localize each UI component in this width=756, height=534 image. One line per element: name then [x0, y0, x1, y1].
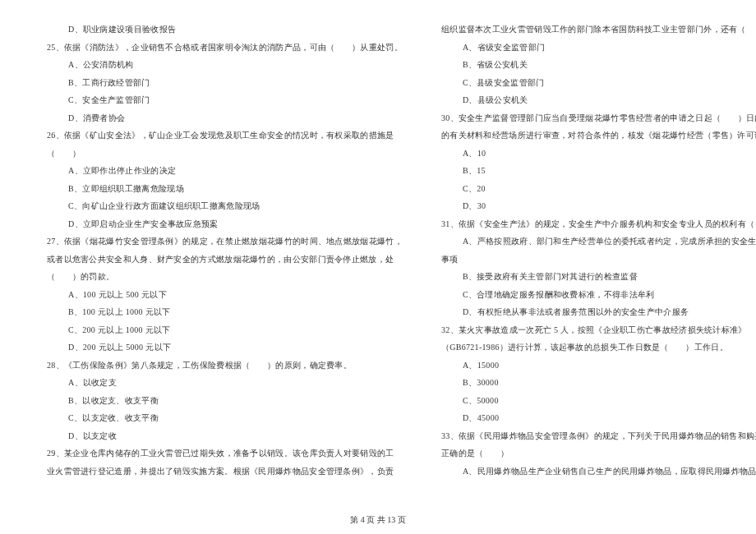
- text-line: 组织监督本次工业火雷管销毁工作的部门除本省国防科技工业主管部门外，还有（ ）: [431, 21, 756, 39]
- text-line: C、合理地确定服务报酬和收费标准，不得非法牟利: [431, 286, 756, 304]
- text-line: D、45000: [431, 409, 756, 427]
- text-line: A、公安消防机构: [37, 56, 403, 74]
- text-line: 28、《工伤保险条例》第八条规定，工伤保险费根据（ ）的原则，确定费率。: [37, 357, 403, 375]
- text-line: 业火雷管进行登记造册，并提出了销毁实施方案。根据《民用爆炸物品安全管理条例》，负…: [37, 463, 403, 481]
- text-line: D、200 元以上 5000 元以下: [37, 338, 403, 357]
- text-line: A、100 元以上 500 元以下: [37, 286, 403, 304]
- text-line: A、民用爆炸物品生产企业销售自己生产的民用爆炸物品，应取得民用爆炸物品销售许可证: [431, 463, 756, 481]
- text-line: 29、某企业仓库内储存的工业火雷管已过期失效，准备予以销毁。该仓库负责人对要销毁…: [37, 444, 403, 463]
- text-line: D、县级公安机关: [431, 91, 756, 109]
- text-line: B、工商行政经管部门: [37, 74, 403, 92]
- text-line: 事项: [431, 251, 756, 269]
- text-line: B、以收定支、收支平衡: [37, 392, 403, 410]
- document-columns: D、职业病建设项目验收报告25、依据《消防法》，企业销售不合格或者国家明令淘汰的…: [37, 21, 719, 505]
- text-line: 32、某火灾事故造成一次死亡 5 人，按照《企业职工伤亡事故经济损失统计标准》: [431, 321, 756, 339]
- text-line: B、立即组织职工撤离危险现场: [37, 180, 403, 198]
- text-line: D、30: [431, 197, 756, 215]
- text-line: 31、依据《安全生产法》的规定，安全生产中介服务机构和安全专业人员的权利有（ ）…: [431, 215, 756, 233]
- text-line: A、省级安全监管部门: [431, 39, 756, 57]
- text-line: C、安全生产监管部门: [37, 91, 403, 109]
- text-line: 33、依据《民用爆炸物品安全管理条例》的规定，下列关于民用爆炸物品的销售和购买的…: [431, 427, 756, 445]
- text-line: 30、安全生产监督管理部门应当自受理烟花爆竹零售经营者的申请之日起（ ）日内对提…: [431, 109, 756, 127]
- text-line: 正确的是（ ）: [431, 444, 756, 463]
- text-line: C、20: [431, 180, 756, 198]
- text-line: C、50000: [431, 392, 756, 410]
- text-line: 26、依据《矿山安全法》，矿山企业工会发现危及职工生命安全的情况时，有权采取的措…: [37, 127, 403, 145]
- text-line: A、以收定支: [37, 374, 403, 392]
- text-line: （ ）: [37, 145, 403, 163]
- text-line: B、30000: [431, 374, 756, 392]
- text-line: 的有关材料和经营场所进行审查，对符合条件的，核发《烟花爆竹经营（零售）许可证》。: [431, 127, 756, 145]
- text-line: B、100 元以上 1000 元以下: [37, 303, 403, 321]
- text-line: C、向矿山企业行政方面建议组织职工撤离危险现场: [37, 197, 403, 215]
- page-footer: 第 4 页 共 13 页: [0, 514, 756, 526]
- text-line: A、严格按照政府、部门和生产经营单位的委托或者约定，完成所承担的安全生产中介服务: [431, 232, 756, 251]
- text-line: （GB6721-1986）进行计算，该起事故的总损失工作日数是（ ）工作日。: [431, 338, 756, 357]
- text-line: A、立即作出停止作业的决定: [37, 162, 403, 180]
- text-line: D、消费者协会: [37, 109, 403, 127]
- text-line: A、10: [431, 145, 756, 163]
- text-line: D、以支定收: [37, 427, 403, 445]
- text-line: 或者以危害公共安全和人身、财产安全的方式燃放烟花爆竹的，由公安部门责令停止燃放，…: [37, 251, 403, 269]
- text-line: （ ）的罚款。: [37, 268, 403, 286]
- text-line: C、以支定收、收支平衡: [37, 409, 403, 427]
- text-line: D、有权拒绝从事非法或者服务范围以外的安全生产中介服务: [431, 303, 756, 321]
- left-column: D、职业病建设项目验收报告25、依据《消防法》，企业销售不合格或者国家明令淘汰的…: [37, 21, 403, 505]
- text-line: B、接受政府有关主管部门对其进行的检查监督: [431, 268, 756, 286]
- text-line: C、县级安全监管部门: [431, 74, 756, 92]
- text-line: B、省级公安机关: [431, 56, 756, 74]
- text-line: B、15: [431, 162, 756, 180]
- text-line: A、15000: [431, 357, 756, 375]
- text-line: D、立即启动企业生产安全事故应急预案: [37, 215, 403, 233]
- text-line: 27、依据《烟花爆竹安全管理条例》的规定，在禁止燃放烟花爆竹的时间、地点燃放烟花…: [37, 232, 403, 251]
- text-line: D、职业病建设项目验收报告: [37, 21, 403, 39]
- right-column: 组织监督本次工业火雷管销毁工作的部门除本省国防科技工业主管部门外，还有（ ）A、…: [431, 21, 756, 505]
- text-line: 25、依据《消防法》，企业销售不合格或者国家明令淘汰的消防产品，可由（ ）从重处…: [37, 39, 403, 57]
- text-line: C、200 元以上 1000 元以下: [37, 321, 403, 339]
